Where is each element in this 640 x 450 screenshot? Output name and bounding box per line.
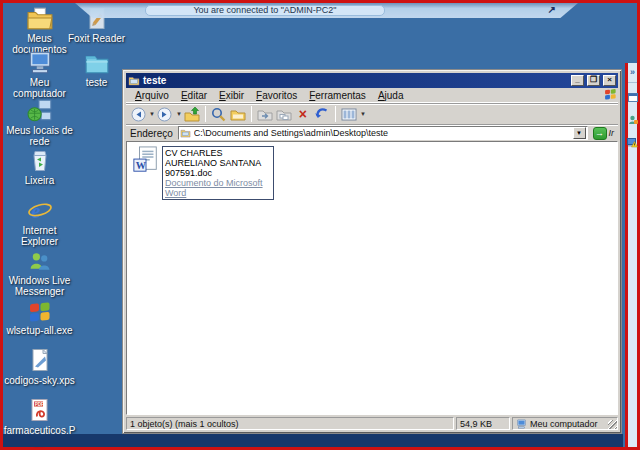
maximize-button[interactable]: ❐	[587, 75, 600, 86]
address-bar: Endereço C:\Documents and Settings\admin…	[126, 124, 618, 141]
window-title: teste	[143, 75, 568, 86]
close-button[interactable]: ×	[603, 75, 616, 86]
menu-exibir[interactable]: Exibir	[213, 89, 250, 102]
messenger-icon	[3, 246, 76, 273]
desktop-icon-internet-explorer[interactable]: e Internet Explorer	[3, 196, 76, 247]
windows-logo-icon	[604, 86, 617, 104]
resize-grip[interactable]	[608, 420, 617, 429]
file-name: CV CHARLES AURELIANO SANTANA 907591.doc	[165, 148, 261, 178]
desktop-icon-label: Foxit Reader	[60, 33, 133, 44]
search-button[interactable]	[210, 105, 228, 124]
banner-expand-arrow-icon[interactable]: ↗	[548, 5, 556, 15]
recycle-bin-icon	[3, 146, 76, 173]
desktop: Meus documentos Meu computador Meus loca…	[3, 3, 637, 447]
word-document-icon: W	[132, 146, 160, 178]
file-item-text: CV CHARLES AURELIANO SANTANA 907591.doc …	[162, 146, 274, 200]
taskbar-strip	[3, 434, 623, 447]
status-location: Meu computador	[512, 417, 618, 430]
views-dropdown[interactable]: ▼	[360, 111, 366, 117]
menu-ajuda[interactable]: Ajuda	[372, 89, 410, 102]
status-bar: 1 objeto(s) (mais 1 ocultos) 54,9 KB Meu…	[126, 415, 618, 430]
menu-ferramentas[interactable]: Ferramentas	[303, 89, 372, 102]
desktop-icon-label: Meus locais de rede	[3, 125, 76, 147]
file-type: Documento do Microsoft Word	[165, 178, 263, 198]
address-dropdown-button[interactable]: ▼	[573, 127, 586, 139]
sidebar-divider	[628, 82, 637, 83]
desktop-icon-label: Lixeira	[3, 175, 76, 186]
menu-arquivo[interactable]: Arquivo	[129, 89, 175, 102]
desktop-icon-meus-locais-de-rede[interactable]: Meus locais de rede	[3, 96, 76, 147]
delete-button[interactable]: ×	[294, 105, 312, 124]
contact-badge-icon[interactable]	[628, 111, 638, 129]
toolbar-separator	[335, 106, 336, 122]
undo-button[interactable]	[313, 105, 331, 124]
svg-text:PDF: PDF	[34, 402, 43, 407]
internet-explorer-icon: e	[3, 196, 76, 223]
network-places-icon	[3, 96, 76, 123]
sidebar-expand-chevron-icon[interactable]: »	[630, 68, 635, 77]
my-computer-small-icon	[516, 419, 527, 429]
address-input[interactable]: C:\Documents and Settings\admin\Desktop\…	[178, 126, 588, 140]
toolbar-separator	[205, 106, 206, 122]
file-item-cv-charles[interactable]: W CV CHARLES AURELIANO SANTANA 907591.do…	[132, 146, 282, 200]
computer-warning-icon[interactable]	[627, 134, 638, 152]
connection-banner-text: You are connected to "ADMIN-PC2"	[145, 5, 385, 16]
status-size: 54,9 KB	[456, 417, 510, 430]
minimize-button[interactable]: _	[571, 75, 584, 86]
forward-dropdown[interactable]: ▼	[176, 111, 182, 117]
windows-logo-icon	[3, 296, 76, 323]
address-label: Endereço	[128, 128, 175, 139]
address-value: C:\Documents and Settings\admin\Desktop\…	[194, 128, 570, 138]
up-button[interactable]	[183, 105, 201, 124]
explorer-window: teste _ ❐ × Arquivo Editar Exibir Favori…	[122, 69, 622, 434]
sharing-sidebar-strip: »	[625, 63, 637, 447]
title-bar[interactable]: teste _ ❐ ×	[126, 73, 618, 88]
desktop-icon-label: Internet Explorer	[3, 225, 76, 247]
desktop-icon-lixeira[interactable]: Lixeira	[3, 146, 76, 186]
toolbar: ▼ ▼ × ▼	[126, 103, 618, 124]
status-objects: 1 objeto(s) (mais 1 ocultos)	[126, 417, 454, 430]
desktop-icon-windows-live-messenger[interactable]: Windows Live Messenger	[3, 246, 76, 297]
menu-editar[interactable]: Editar	[175, 89, 213, 102]
views-button[interactable]	[340, 105, 358, 124]
folders-button[interactable]	[229, 105, 247, 124]
xps-document-icon	[3, 346, 76, 373]
go-button[interactable]: → Ir	[591, 127, 617, 140]
status-location-text: Meu computador	[530, 419, 598, 429]
remote-session-frame: Meus documentos Meu computador Meus loca…	[0, 0, 640, 450]
toolbar-separator	[251, 106, 252, 122]
desktop-icon-label: wlsetup-all.exe	[3, 325, 76, 336]
connection-banner: You are connected to "ADMIN-PC2" ↗	[75, 3, 578, 18]
pdf-document-icon: PDF	[3, 396, 76, 423]
svg-text:W: W	[136, 160, 147, 171]
remote-window-icon[interactable]	[628, 88, 638, 106]
desktop-icon-codigos-sky[interactable]: codigos-sky.xps	[3, 346, 76, 386]
move-to-button[interactable]	[256, 105, 274, 124]
window-folder-icon	[128, 72, 140, 90]
address-folder-icon	[180, 128, 191, 138]
file-list-area: W CV CHARLES AURELIANO SANTANA 907591.do…	[126, 141, 618, 415]
back-dropdown[interactable]: ▼	[149, 111, 155, 117]
desktop-icon-label: codigos-sky.xps	[3, 375, 76, 386]
desktop-icon-label: Windows Live Messenger	[3, 275, 76, 297]
copy-to-button[interactable]	[275, 105, 293, 124]
menu-favoritos[interactable]: Favoritos	[250, 89, 303, 102]
go-arrow-icon: →	[593, 127, 607, 140]
go-label: Ir	[609, 128, 615, 138]
menu-bar: Arquivo Editar Exibir Favoritos Ferramen…	[126, 88, 618, 103]
desktop-icon-wlsetup-all[interactable]: wlsetup-all.exe	[3, 296, 76, 336]
forward-button[interactable]	[156, 105, 174, 124]
svg-text:e: e	[31, 200, 40, 222]
back-button[interactable]	[129, 105, 147, 124]
